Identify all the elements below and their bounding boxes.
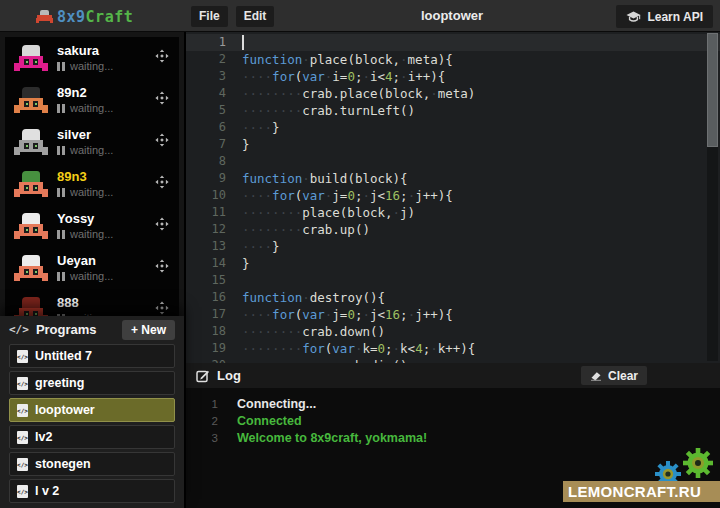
player-status: waiting...: [57, 144, 113, 156]
crab-avatar: [14, 129, 48, 156]
player-row[interactable]: 89n3waiting...: [5, 163, 179, 205]
player-row[interactable]: silverwaiting...: [5, 121, 179, 163]
program-item[interactable]: </>Untitled 7: [9, 344, 175, 368]
line-number: 3: [186, 68, 226, 85]
top-bar: 8x9Craft File Edit looptower Learn API: [0, 0, 720, 32]
clear-log-button[interactable]: Clear: [581, 366, 647, 385]
eraser-icon: [590, 370, 602, 381]
crab-avatar: [14, 87, 48, 114]
crab-avatar: [14, 171, 48, 198]
logo-text: 8x9Craft: [57, 8, 133, 26]
programs-title: Programs: [36, 322, 115, 337]
code-line: ········crab.turnLeft(): [242, 102, 704, 119]
code-line: function·destroy(){: [242, 289, 704, 306]
code-line: [242, 272, 704, 289]
code-line: [242, 153, 704, 170]
code-line: ····for(var·j=0;·j<16;·j++){: [242, 306, 704, 323]
learn-api-button[interactable]: Learn API: [616, 5, 713, 28]
program-item-selected[interactable]: </>looptower: [9, 398, 175, 422]
log-line-number: 3: [186, 430, 218, 447]
programs-header: </> Programs + New: [0, 316, 184, 343]
new-program-button[interactable]: + New: [122, 320, 175, 340]
move-icon[interactable]: [155, 91, 169, 105]
player-list: sakurawaiting...89n2waiting...silverwait…: [5, 37, 179, 316]
move-icon[interactable]: [155, 175, 169, 189]
code-line: ········for(var·k=0;·k<4;·k++){: [242, 340, 704, 357]
line-number: 2: [186, 51, 226, 68]
line-number: 15: [186, 272, 226, 289]
code-line: [242, 34, 704, 51]
line-number: 4: [186, 85, 226, 102]
pause-icon: [57, 272, 65, 281]
code-line: ····for(var·j=0;·j<16;·j++){: [242, 187, 704, 204]
program-item[interactable]: </>greeting: [9, 371, 175, 395]
app-logo: 8x9Craft: [36, 8, 133, 26]
player-name: sakura: [57, 43, 99, 58]
watermark-banner: LEMONCRAFT.RU: [563, 481, 720, 502]
log-title: Log: [217, 368, 241, 383]
program-item[interactable]: </>lv2: [9, 425, 175, 449]
code-line: function·place(block,·meta){: [242, 51, 704, 68]
line-number: 7: [186, 136, 226, 153]
code-content[interactable]: function·place(block,·meta){····for(var·…: [242, 34, 704, 363]
player-row[interactable]: Ueyanwaiting...: [5, 247, 179, 289]
player-name: silver: [57, 127, 91, 142]
graduation-cap-icon: [626, 11, 641, 23]
player-status: waiting...: [57, 60, 113, 72]
move-icon[interactable]: [155, 49, 169, 63]
program-file-icon: </>: [17, 350, 28, 363]
programs-panel: </> Programs + New </>Untitled 7</>greet…: [0, 316, 184, 508]
watermark-text: LEMONCRAFT.RU: [568, 483, 701, 500]
crab-avatar: [14, 45, 48, 72]
line-number: 8: [186, 153, 226, 170]
code-line: ········place(block,·j): [242, 204, 704, 221]
log-entry: 1Connecting...: [186, 396, 720, 413]
code-line: ········crab.up(): [242, 221, 704, 238]
line-number: 11: [186, 204, 226, 221]
programs-list: </>Untitled 7</>greeting</>looptower</>l…: [0, 343, 184, 503]
move-icon[interactable]: [155, 259, 169, 273]
code-brackets-icon: </>: [9, 323, 29, 336]
code-line: ····}: [242, 119, 704, 136]
logo-part-8x9: 8x9: [57, 8, 86, 26]
player-row[interactable]: sakurawaiting...: [5, 37, 179, 79]
program-item[interactable]: </>stonegen: [9, 452, 175, 476]
move-icon[interactable]: [155, 301, 169, 315]
code-line: function·build(block){: [242, 170, 704, 187]
program-item[interactable]: </>l v 2: [9, 479, 175, 503]
program-file-icon: </>: [17, 377, 28, 390]
code-line: ········crab.down(): [242, 323, 704, 340]
move-icon[interactable]: [155, 217, 169, 231]
program-file-icon: </>: [17, 485, 28, 498]
player-name: 89n2: [57, 85, 87, 100]
player-name: 888: [57, 295, 79, 310]
player-name: Ueyan: [57, 253, 96, 268]
code-line: ····for(var·i=0;·i<4;·i++){: [242, 68, 704, 85]
player-row[interactable]: 89n2waiting...: [5, 79, 179, 121]
line-number: 12: [186, 221, 226, 238]
sidebar: sakurawaiting...89n2waiting...silverwait…: [0, 32, 184, 508]
player-status: waiting...: [57, 228, 113, 240]
code-editor[interactable]: 1234567891011121314151617181920 function…: [184, 32, 720, 363]
editor-scrollbar-thumb[interactable]: [707, 33, 718, 147]
line-number: 5: [186, 102, 226, 119]
code-line: ········crab.place(block,·meta): [242, 85, 704, 102]
move-icon[interactable]: [155, 133, 169, 147]
player-row[interactable]: 888waiting...: [5, 289, 179, 316]
editor-scrollbar-track[interactable]: [707, 33, 718, 361]
app-window: 8x9Craft File Edit looptower Learn API s…: [0, 0, 720, 508]
line-number: 10: [186, 187, 226, 204]
player-status: waiting...: [57, 186, 113, 198]
code-line: }: [242, 255, 704, 272]
player-row[interactable]: Yossywaiting...: [5, 205, 179, 247]
program-file-icon: </>: [17, 404, 28, 417]
log-write-icon: [196, 369, 210, 383]
logo-part-craft: Craft: [86, 8, 134, 26]
line-number: 6: [186, 119, 226, 136]
player-name: 89n3: [57, 169, 87, 184]
line-number-gutter: 1234567891011121314151617181920: [186, 34, 238, 363]
text-cursor: [242, 35, 244, 50]
program-file-icon: </>: [17, 431, 28, 444]
pause-icon: [57, 62, 65, 71]
line-number: 14: [186, 255, 226, 272]
